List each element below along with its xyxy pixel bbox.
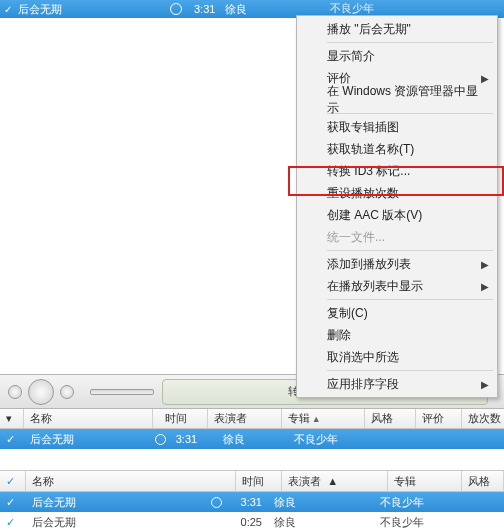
- playing-icon: [170, 3, 182, 15]
- track-duration: 3:31: [194, 3, 215, 15]
- track-artist: 徐良: [225, 2, 247, 17]
- track-album-header: 不良少年: [330, 1, 374, 16]
- check-icon: ✓: [4, 4, 12, 15]
- track-title: 后会无期: [18, 2, 170, 17]
- context-menu: 播放 "后会无期" 显示简介 评价▶ 在 Windows 资源管理器中显示 获取…: [296, 15, 498, 18]
